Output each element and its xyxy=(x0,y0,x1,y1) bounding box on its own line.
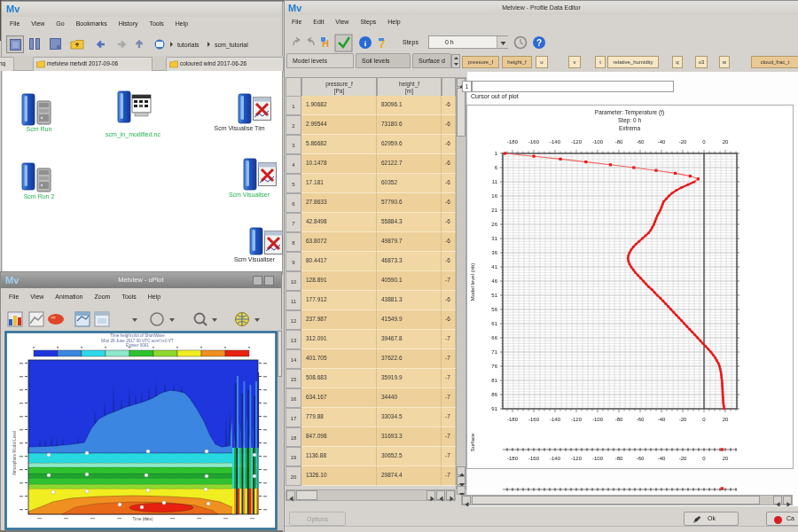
svg-text:-40: -40 xyxy=(658,417,666,422)
svg-text:Surface: Surface xyxy=(470,433,475,451)
svg-text:Model level (nb): Model level (nb) xyxy=(470,263,475,301)
svg-text:-180: -180 xyxy=(507,417,519,422)
svg-text:-60: -60 xyxy=(637,139,645,145)
svg-text:31: 31 xyxy=(491,236,497,241)
svg-text:56: 56 xyxy=(491,307,497,312)
svg-text:Time (date): Time (date) xyxy=(133,517,153,521)
svg-text:-20: -20 xyxy=(679,417,687,422)
svg-text:?: ? xyxy=(536,38,542,48)
svg-text:-80: -80 xyxy=(615,456,623,461)
svg-text:Step: 0 h: Step: 0 h xyxy=(618,117,641,124)
svg-text:-140: -140 xyxy=(550,456,561,461)
svg-text:-20: -20 xyxy=(679,139,687,145)
svg-text:tutorials: tutorials xyxy=(177,42,200,48)
svg-text:61: 61 xyxy=(491,321,497,326)
svg-text:Mv: Mv xyxy=(6,4,20,14)
svg-text:36: 36 xyxy=(491,250,497,255)
svg-text:16: 16 xyxy=(491,193,497,199)
svg-text:46: 46 xyxy=(491,278,497,284)
svg-text:-100: -100 xyxy=(592,456,604,461)
svg-text:21: 21 xyxy=(491,207,497,213)
svg-text:20: 20 xyxy=(723,456,729,461)
svg-text:-40: -40 xyxy=(658,456,666,461)
svg-text:-120: -120 xyxy=(571,139,583,145)
svg-text:41: 41 xyxy=(491,264,497,270)
svg-text:-60: -60 xyxy=(637,417,645,422)
svg-text:86: 86 xyxy=(491,392,497,397)
svg-text:-40: -40 xyxy=(658,139,666,145)
svg-text:-140: -140 xyxy=(550,139,561,145)
svg-text:Mon 26 June 2017 00 UTC ecmf t: Mon 26 June 2017 00 UTC ecmf t+0 VT xyxy=(101,339,174,343)
svg-text:26: 26 xyxy=(491,222,497,227)
svg-text:-100: -100 xyxy=(592,139,604,145)
svg-text:-100: -100 xyxy=(592,417,604,422)
svg-text:20: 20 xyxy=(723,139,729,145)
svg-text:-140: -140 xyxy=(550,417,561,422)
svg-text:-160: -160 xyxy=(528,456,540,461)
svg-text:81: 81 xyxy=(491,378,497,383)
svg-text:Extrema: Extrema xyxy=(619,125,641,131)
svg-text:-120: -120 xyxy=(571,417,583,422)
svg-text:-80: -80 xyxy=(615,417,623,422)
svg-text:76: 76 xyxy=(491,364,497,369)
svg-text:-180: -180 xyxy=(507,139,519,145)
svg-text:71: 71 xyxy=(491,349,497,355)
svg-text:-160: -160 xyxy=(528,139,540,145)
svg-text:scm_tutorial: scm_tutorial xyxy=(215,42,248,49)
svg-text:-160: -160 xyxy=(528,417,540,422)
svg-text:-20: -20 xyxy=(679,456,687,461)
svg-text:-80: -80 xyxy=(615,139,623,145)
svg-text:20: 20 xyxy=(723,417,729,422)
svg-text:-120: -120 xyxy=(571,456,583,461)
svg-text:Parameter: Temperature (t): Parameter: Temperature (t) xyxy=(595,109,664,116)
svg-text:51: 51 xyxy=(491,293,497,298)
svg-text:91: 91 xyxy=(491,406,497,411)
svg-text:Time height plot of ShortWave: Time height plot of ShortWave xyxy=(110,333,165,338)
svg-text:-60: -60 xyxy=(637,456,645,461)
svg-text:11: 11 xyxy=(492,179,498,184)
svg-text:66: 66 xyxy=(491,335,497,340)
svg-text:-180: -180 xyxy=(507,456,519,461)
svg-text:Atmosphere Model Level: Atmosphere Model Level xyxy=(12,431,17,475)
